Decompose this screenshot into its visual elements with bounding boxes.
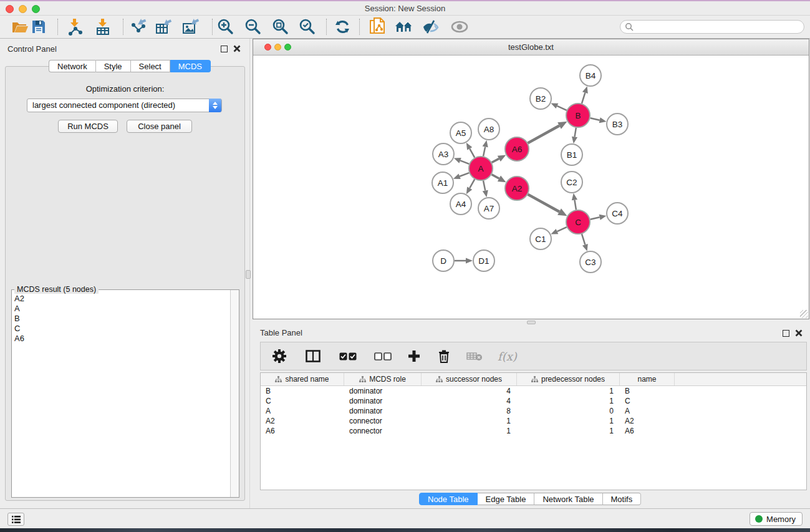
result-item[interactable]: A6 — [12, 334, 230, 344]
memory-button[interactable]: Memory — [750, 512, 803, 526]
graph-node-B[interactable]: B — [566, 104, 590, 127]
close-panel-icon[interactable] — [233, 45, 241, 52]
tab-select[interactable]: Select — [131, 60, 170, 72]
graph-edge-C-C4[interactable] — [591, 217, 600, 219]
graph-edge-A-A6[interactable] — [492, 158, 499, 162]
table-row[interactable]: A2connector11A2 — [261, 416, 806, 426]
graph-node-C[interactable]: C — [566, 210, 590, 234]
graph-node-C3[interactable]: C3 — [580, 251, 601, 273]
window-resize-grip[interactable] — [800, 310, 808, 318]
zoom-in-button[interactable] — [216, 17, 235, 36]
export-image-button[interactable] — [181, 17, 200, 36]
import-network-button[interactable] — [65, 17, 84, 36]
graph-edge-A2-C[interactable] — [528, 195, 560, 212]
table-row[interactable]: Bdominator41B — [261, 386, 806, 396]
result-item[interactable]: B — [12, 314, 230, 324]
graph-node-A1[interactable]: A1 — [432, 172, 453, 193]
graph-edge-A-A2[interactable] — [492, 175, 499, 179]
float-table-panel-icon[interactable] — [783, 330, 789, 337]
hide-selection-button[interactable] — [422, 17, 440, 36]
tab-network[interactable]: Network — [49, 60, 96, 72]
column-header-successor-nodes[interactable]: successor nodes — [422, 373, 517, 385]
graph-node-B1[interactable]: B1 — [561, 144, 582, 165]
graph-node-C4[interactable]: C4 — [607, 203, 628, 224]
graph-node-A8[interactable]: A8 — [478, 118, 499, 140]
export-network-button[interactable] — [129, 17, 148, 36]
network-window-titlebar[interactable]: testGlobe.txt — [253, 39, 809, 56]
column-layout-button[interactable] — [306, 347, 321, 365]
table-settings-button[interactable] — [272, 347, 287, 365]
graph-node-B3[interactable]: B3 — [607, 114, 628, 135]
tab-style[interactable]: Style — [96, 60, 131, 72]
select-all-columns-button[interactable] — [339, 347, 357, 365]
add-column-button[interactable] — [408, 347, 420, 365]
graph-node-A2[interactable]: A2 — [505, 177, 529, 200]
float-panel-icon[interactable] — [221, 46, 228, 52]
export-table-button[interactable] — [154, 17, 173, 36]
graph-node-A7[interactable]: A7 — [478, 198, 499, 219]
graph-node-C2[interactable]: C2 — [561, 172, 582, 193]
criterion-dropdown[interactable]: largest connected component (directed) — [27, 99, 222, 112]
panel-split-grip[interactable] — [246, 270, 251, 279]
graph-node-D[interactable]: D — [433, 250, 454, 271]
graph-edge-B-B4[interactable] — [582, 93, 585, 104]
tab-edge-table[interactable]: Edge Table — [478, 493, 535, 505]
zoom-out-button[interactable] — [244, 17, 263, 36]
open-session-button[interactable] — [11, 17, 29, 36]
graph-edge-B-B2[interactable] — [557, 106, 566, 110]
result-scrollbar[interactable] — [230, 290, 239, 497]
graph-edge-B-B3[interactable] — [591, 118, 600, 120]
network-canvas[interactable]: B4B2BB3A5A8A6A3B1AA1C2A2A4A7C4CC1C3DD1 — [253, 56, 809, 319]
refresh-layout-button[interactable] — [333, 17, 352, 36]
graph-edge-C-C2[interactable] — [574, 200, 576, 210]
table-row[interactable]: Adominator80A — [261, 406, 806, 416]
tab-motifs[interactable]: Motifs — [603, 493, 642, 505]
zoom-fit-button[interactable] — [271, 17, 290, 36]
search-input[interactable] — [620, 20, 804, 34]
show-panels-button[interactable] — [7, 513, 24, 526]
graph-node-B2[interactable]: B2 — [530, 88, 551, 109]
delete-table-button[interactable] — [466, 347, 483, 365]
graph-edge-A-A1[interactable] — [460, 173, 469, 177]
result-item[interactable]: A — [12, 304, 230, 314]
close-panel-button[interactable]: Close panel — [127, 120, 192, 133]
graph-edge-A-A7[interactable] — [483, 181, 485, 191]
table-row[interactable]: Cdominator41C — [261, 396, 806, 406]
graph-edge-A-A4[interactable] — [470, 179, 475, 188]
graph-edge-B-B1[interactable] — [575, 128, 576, 137]
show-all-button[interactable] — [450, 17, 469, 36]
graph-node-A3[interactable]: A3 — [433, 143, 454, 165]
graph-edge-A-A5[interactable] — [470, 148, 475, 157]
graph-node-C1[interactable]: C1 — [530, 228, 551, 249]
import-table-button[interactable] — [94, 17, 112, 36]
tab-node-table[interactable]: Node Table — [419, 493, 478, 505]
zoom-selected-button[interactable] — [298, 17, 317, 36]
graph-edge-C-C3[interactable] — [582, 234, 585, 244]
column-header-mcds-role[interactable]: MCDS role — [344, 373, 422, 385]
graph-node-D1[interactable]: D1 — [473, 250, 494, 271]
close-table-panel-icon[interactable] — [795, 329, 803, 337]
graph-node-B4[interactable]: B4 — [580, 65, 601, 86]
graph-node-A4[interactable]: A4 — [450, 193, 471, 215]
graph-node-A6[interactable]: A6 — [505, 137, 529, 161]
save-session-button[interactable] — [29, 17, 48, 36]
result-item[interactable]: A2 — [12, 294, 230, 304]
tab-mcds[interactable]: MCDS — [170, 60, 211, 72]
run-mcds-button[interactable]: Run MCDS — [58, 120, 118, 133]
column-header-name[interactable]: name — [620, 373, 675, 385]
function-builder-button[interactable]: f(x) — [498, 347, 517, 365]
delete-columns-button[interactable] — [438, 347, 450, 365]
first-neighbors-button[interactable] — [395, 17, 413, 36]
graph-edge-A-A8[interactable] — [483, 147, 485, 156]
column-header-shared-name[interactable]: shared name — [261, 373, 344, 385]
graph-edge-A-A3[interactable] — [460, 160, 469, 163]
graph-node-A5[interactable]: A5 — [450, 122, 471, 143]
graph-node-A[interactable]: A — [469, 157, 493, 180]
result-item[interactable]: C — [12, 324, 230, 334]
graph-edge-C-C1[interactable] — [557, 227, 566, 231]
table-row[interactable]: A6connector11A6 — [261, 426, 806, 436]
new-network-from-selection-button[interactable] — [368, 17, 387, 36]
graph-edge-A6-B[interactable] — [528, 126, 560, 143]
unselect-all-columns-button[interactable] — [374, 347, 392, 365]
tab-network-table[interactable]: Network Table — [534, 493, 602, 505]
